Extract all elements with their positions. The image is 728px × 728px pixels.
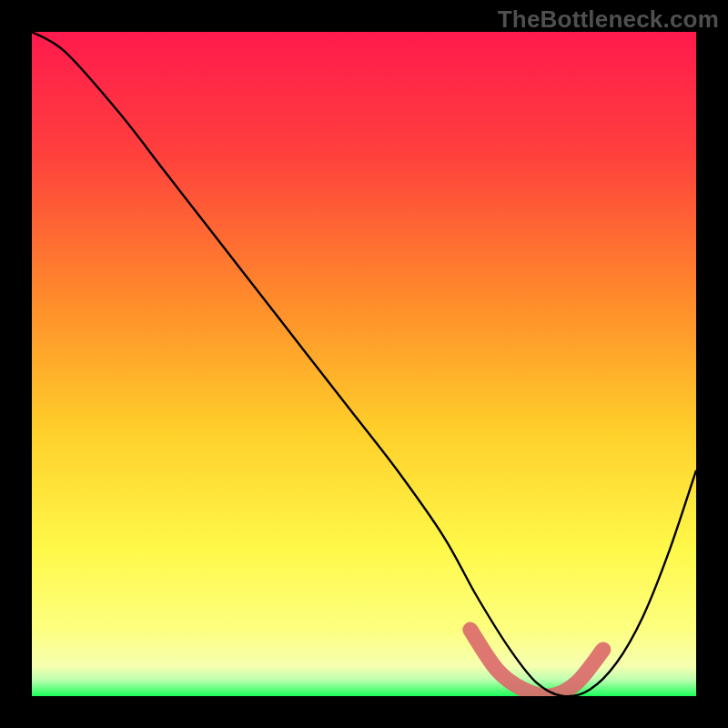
- chart-background: [32, 32, 696, 696]
- chart-frame: TheBottleneck.com: [0, 0, 728, 728]
- chart-svg: [32, 32, 696, 696]
- watermark-text: TheBottleneck.com: [498, 5, 719, 34]
- plot-area: [32, 32, 696, 696]
